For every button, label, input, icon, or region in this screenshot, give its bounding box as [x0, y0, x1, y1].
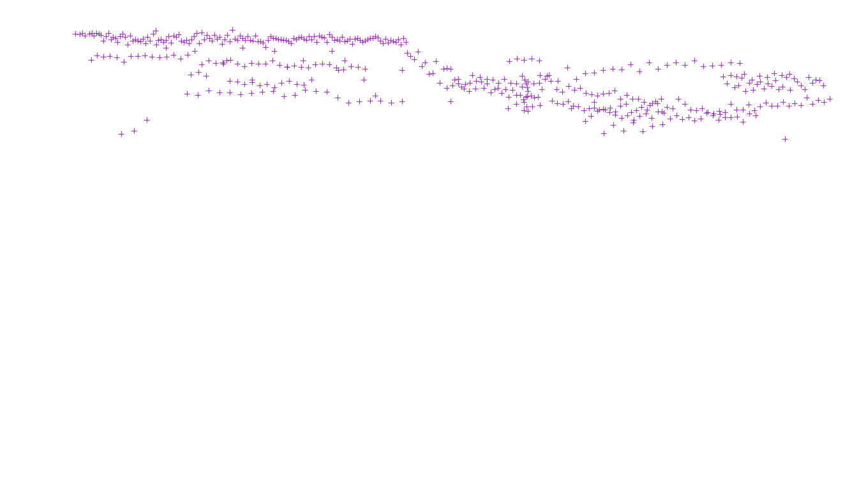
data-point — [488, 90, 494, 96]
data-point — [412, 57, 417, 63]
data-point — [217, 34, 223, 40]
data-point — [255, 39, 261, 45]
data-point — [227, 39, 233, 45]
data-point — [408, 54, 414, 59]
data-point — [178, 56, 184, 62]
data-point — [821, 100, 827, 105]
data-point — [601, 91, 606, 97]
data-point — [653, 99, 659, 105]
data-point — [740, 119, 746, 125]
data-point — [554, 87, 560, 93]
data-point — [350, 41, 355, 47]
data-point — [158, 37, 164, 43]
data-point — [717, 108, 722, 114]
data-point — [199, 30, 205, 36]
data-point — [355, 36, 361, 41]
data-point — [340, 34, 345, 40]
data-point — [583, 119, 588, 124]
data-point — [728, 101, 734, 107]
data-point — [235, 79, 241, 85]
data-point — [773, 78, 779, 84]
data-point — [373, 93, 378, 99]
data-point — [163, 38, 169, 43]
data-point — [288, 41, 294, 47]
data-point — [279, 80, 285, 86]
data-point — [612, 88, 618, 94]
data-point — [716, 117, 722, 123]
data-point — [266, 38, 271, 43]
data-point — [311, 34, 317, 40]
data-point — [303, 87, 308, 93]
data-point — [245, 34, 251, 40]
data-point — [154, 42, 160, 48]
data-point — [592, 105, 597, 111]
data-point — [270, 58, 276, 64]
data-point — [461, 86, 467, 92]
data-point — [89, 57, 94, 63]
data-point — [624, 93, 630, 98]
data-point — [306, 34, 312, 40]
data-point — [670, 106, 676, 112]
data-point — [630, 96, 636, 102]
data-point — [357, 38, 363, 43]
data-point — [370, 36, 376, 41]
data-point — [240, 45, 246, 51]
data-point — [296, 35, 302, 41]
data-point — [240, 36, 246, 41]
data-point — [378, 98, 384, 104]
data-point — [250, 38, 256, 44]
data-point — [433, 59, 439, 64]
data-point — [680, 117, 685, 122]
data-point — [164, 54, 170, 60]
data-point — [398, 42, 404, 48]
data-point — [775, 103, 781, 109]
data-point — [643, 111, 649, 117]
data-point — [221, 61, 227, 67]
data-point — [597, 107, 602, 113]
data-point — [664, 63, 670, 68]
data-point — [581, 108, 587, 114]
data-point — [572, 87, 578, 93]
data-point — [94, 31, 100, 36]
data-point — [560, 89, 565, 95]
data-point — [383, 36, 389, 42]
data-point — [736, 83, 742, 89]
data-point — [294, 82, 300, 87]
data-point — [694, 108, 700, 114]
data-point — [149, 54, 155, 60]
data-point — [337, 38, 343, 44]
data-point — [237, 33, 243, 39]
data-point — [636, 96, 641, 102]
data-point — [798, 83, 804, 89]
data-point — [206, 58, 212, 64]
data-point — [393, 40, 399, 45]
data-point — [285, 64, 290, 70]
data-point — [184, 38, 190, 43]
data-point — [758, 104, 763, 110]
data-point — [287, 78, 292, 84]
data-point — [257, 83, 263, 89]
data-point — [125, 42, 131, 48]
data-point — [352, 36, 358, 42]
data-point — [749, 77, 755, 83]
data-point — [423, 60, 428, 66]
data-point — [788, 87, 793, 93]
data-point — [375, 35, 381, 41]
data-point — [336, 68, 341, 73]
data-point — [153, 28, 159, 34]
data-point — [728, 60, 734, 66]
data-point — [301, 82, 307, 88]
data-point — [555, 78, 561, 84]
data-point — [711, 111, 717, 117]
data-point — [281, 38, 287, 43]
data-point — [587, 106, 592, 112]
data-point — [396, 37, 401, 43]
data-point — [639, 105, 645, 110]
data-point — [142, 53, 148, 59]
data-point — [227, 90, 233, 96]
data-point — [357, 99, 363, 105]
data-point — [602, 107, 608, 113]
data-point — [373, 34, 378, 40]
data-point — [250, 80, 255, 85]
data-point — [103, 34, 109, 40]
